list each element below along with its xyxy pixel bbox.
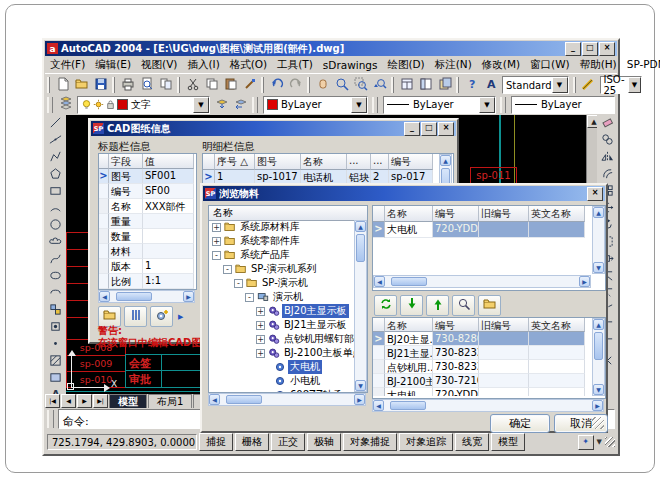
chevron-down-icon[interactable]: ▼	[628, 77, 640, 93]
app-titlebar[interactable]: a AutoCAD 2004 - [E:\UG\dwg\图框\测试用图(部件).…	[45, 41, 617, 56]
table-cell[interactable]: 720-YDD0...	[433, 222, 479, 238]
tree-item-7[interactable]: +BJ20主显示板	[209, 304, 354, 318]
tab-first-icon[interactable]: |◀	[45, 394, 60, 408]
minimize-icon[interactable]: _	[565, 42, 581, 56]
palette-button[interactable]	[435, 76, 454, 94]
ellipsearc-button[interactable]	[47, 285, 65, 302]
table-row[interactable]: 编号SF00	[99, 184, 196, 199]
collapse-icon[interactable]: -	[212, 251, 221, 260]
table-cell[interactable]	[529, 374, 585, 388]
menu-item-1[interactable]: 文件(F)	[45, 57, 90, 73]
toolbar-grip[interactable]	[261, 77, 264, 93]
tab-next-icon[interactable]: ▶	[77, 394, 92, 408]
text-style-combo[interactable]: Standard▼	[502, 76, 569, 94]
toolbar-overflow-icon[interactable]: ▶	[178, 313, 183, 321]
tab-last-icon[interactable]: ▶|	[93, 394, 108, 408]
menu-item-10[interactable]: 修改(M)	[477, 57, 525, 73]
cut-button[interactable]	[183, 76, 202, 94]
expand-icon[interactable]: +	[212, 223, 221, 232]
scroll-left-icon[interactable]: ◀	[99, 291, 110, 302]
table-row[interactable]: 重量	[99, 214, 196, 229]
zoomwin-button[interactable]	[351, 76, 370, 94]
column-header[interactable]: 旧编号	[479, 206, 529, 222]
line-button[interactable]	[47, 115, 65, 132]
menu-item-5[interactable]: 格式(O)	[225, 57, 272, 73]
menu-item-4[interactable]: 插入(I)	[182, 57, 224, 73]
publish-button[interactable]	[156, 76, 175, 94]
column-header[interactable]: 编号	[433, 318, 479, 332]
list-hscrollbar[interactable]: ◀▶	[372, 399, 604, 412]
scroll-down-icon[interactable]: ▼	[355, 380, 366, 391]
table-cell[interactable]: 名称	[109, 199, 143, 214]
tree-item-13[interactable]: 608ZZ轴承	[209, 388, 354, 392]
tree-hscrollbar[interactable]: ◀▶	[208, 393, 366, 406]
tree-item-6[interactable]: -演示机	[209, 290, 354, 304]
style-button[interactable]: A	[481, 76, 500, 94]
column-header[interactable]: 值	[143, 154, 194, 169]
expand-icon[interactable]: +	[256, 321, 265, 330]
refresh-button[interactable]	[374, 295, 397, 316]
status-toggle-3[interactable]: 正交	[271, 433, 305, 451]
table-cell[interactable]	[479, 332, 529, 346]
status-toggle-2[interactable]: 栅格	[235, 433, 269, 451]
ellipse-button[interactable]	[47, 268, 65, 285]
status-toggle-5[interactable]: 对象捕捉	[343, 433, 397, 451]
ok-button[interactable]: 确定	[490, 414, 550, 433]
layers-button[interactable]	[56, 96, 75, 114]
cad-info-titlebar[interactable]: SP CAD图纸信息 _□×	[91, 121, 456, 136]
dialog-resize-grip[interactable]	[592, 417, 604, 429]
table-cell[interactable]	[479, 222, 529, 238]
copy-button[interactable]	[202, 76, 221, 94]
menu-item-8[interactable]: 绘图(D)	[382, 57, 429, 73]
columns-button[interactable]	[124, 306, 147, 327]
scroll-left-icon[interactable]: ◀	[373, 400, 384, 411]
tree-item-12[interactable]: 小电机	[209, 374, 354, 388]
revcloud-button[interactable]	[47, 234, 65, 251]
lineweight-combo[interactable]: ByLayer	[511, 96, 615, 114]
scroll-up-icon[interactable]: ▲	[593, 207, 604, 218]
selected-hscrollbar[interactable]: ◀▶	[373, 275, 591, 288]
table-cell[interactable]: 图号	[109, 169, 143, 184]
table-row[interactable]: >大电机720-YDD0...	[373, 222, 591, 238]
column-header[interactable]: 英文名称	[529, 318, 585, 332]
column-header[interactable]: 序号 △	[215, 154, 255, 170]
table-cell[interactable]: 1:1	[143, 274, 194, 289]
tree-item-9[interactable]: +点钞机用螺钉部件	[209, 332, 354, 346]
scroll-left-icon[interactable]: ◀	[209, 394, 220, 405]
props-button[interactable]	[397, 76, 416, 94]
table-row[interactable]: 数量	[99, 229, 196, 244]
table-cell[interactable]	[479, 388, 529, 396]
status-toggle-1[interactable]: 捕捉	[199, 433, 233, 451]
table-cell[interactable]: 点钞机用...	[385, 360, 433, 374]
save-button[interactable]	[91, 76, 110, 94]
import-button[interactable]	[400, 295, 423, 316]
chevron-down-icon[interactable]: ▼	[193, 97, 209, 113]
title-info-grid[interactable]: 字段值>图号SF001编号SF00名称XXX部件重量数量材料版本1比例1:1	[98, 153, 197, 290]
scroll-right-icon[interactable]: ▶	[592, 400, 603, 411]
table-cell[interactable]	[143, 244, 194, 259]
selected-material-grid[interactable]: 名称编号旧编号英文名称>大电机720-YDD0...	[373, 206, 591, 258]
redo-button[interactable]	[286, 76, 305, 94]
plot-button[interactable]	[118, 76, 137, 94]
table-cell[interactable]: BJ20主显...	[385, 332, 433, 346]
help-button[interactable]: ?	[462, 76, 481, 94]
xline-button[interactable]	[47, 132, 65, 149]
zoomprev-button[interactable]	[370, 76, 389, 94]
table-cell[interactable]	[479, 360, 529, 374]
menu-item-6[interactable]: 工具(T)	[272, 57, 318, 73]
tree-item-10[interactable]: +BJ-2100主板单点	[209, 346, 354, 360]
minimize-icon[interactable]: _	[404, 122, 420, 136]
command-grip[interactable]	[47, 410, 54, 428]
dim-style-combo[interactable]: ISO-25▼	[600, 76, 642, 94]
toolbar-grip[interactable]	[47, 77, 50, 93]
column-header[interactable]: 编号	[389, 154, 433, 170]
point-button[interactable]	[47, 336, 65, 353]
scroll-right-icon[interactable]: ▶	[183, 291, 194, 302]
scroll-up-icon[interactable]: ▲	[440, 155, 451, 166]
close-icon[interactable]: ×	[438, 122, 454, 136]
selected-vscrollbar[interactable]: ▲▼	[592, 206, 605, 274]
table-cell[interactable]: 材料	[109, 244, 143, 259]
toolbar-grip[interactable]	[500, 97, 506, 113]
column-header[interactable]: 英文名称	[529, 206, 585, 222]
table-cell[interactable]: BJ-2100主...	[385, 374, 433, 388]
